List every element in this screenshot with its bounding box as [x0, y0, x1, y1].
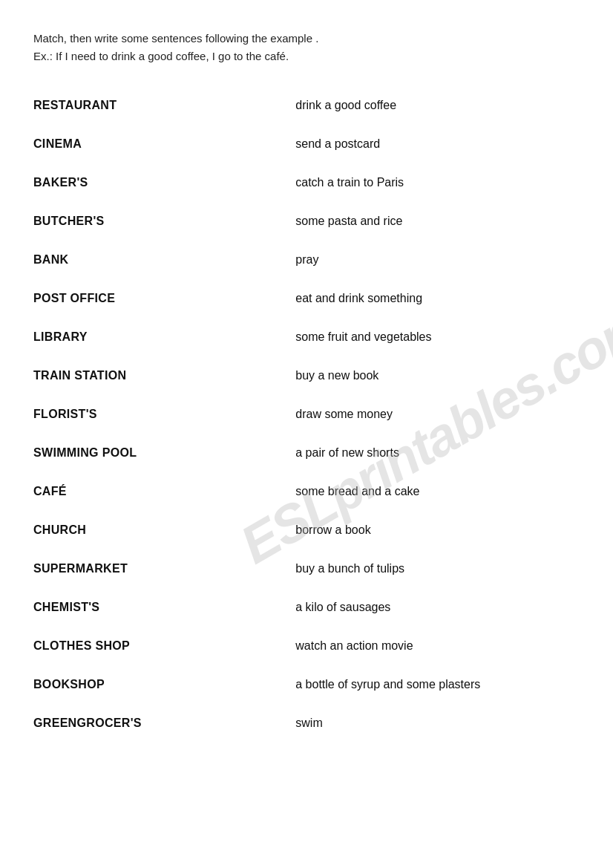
- table-row: FLORIST'Sdraw some money: [33, 395, 580, 434]
- action-label: watch an action movie: [295, 627, 580, 665]
- place-label: BUTCHER'S: [33, 202, 295, 241]
- action-label: eat and drink something: [295, 279, 580, 318]
- action-label: buy a bunch of tulips: [295, 549, 580, 588]
- place-label: CINEMA: [33, 125, 295, 163]
- action-label: swim: [295, 704, 580, 743]
- place-label: TRAIN STATION: [33, 356, 295, 395]
- instruction-line2: Ex.: If I need to drink a good coffee, I…: [33, 48, 580, 65]
- action-label: borrow a book: [295, 511, 580, 549]
- action-label: send a postcard: [295, 125, 580, 163]
- action-label: some pasta and rice: [295, 202, 580, 241]
- place-label: CHURCH: [33, 511, 295, 549]
- instructions: Match, then write some sentences followi…: [33, 30, 580, 65]
- action-label: buy a new book: [295, 356, 580, 395]
- table-row: POST OFFICEeat and drink something: [33, 279, 580, 318]
- place-label: SUPERMARKET: [33, 549, 295, 588]
- place-label: CLOTHES SHOP: [33, 627, 295, 665]
- table-row: CINEMAsend a postcard: [33, 125, 580, 163]
- action-label: a bottle of syrup and some plasters: [295, 665, 580, 704]
- action-label: a kilo of sausages: [295, 588, 580, 627]
- table-row: BAKER'Scatch a train to Paris: [33, 163, 580, 202]
- table-row: GREENGROCER'Sswim: [33, 704, 580, 743]
- action-label: draw some money: [295, 395, 580, 434]
- table-row: RESTAURANTdrink a good coffee: [33, 86, 580, 125]
- action-label: catch a train to Paris: [295, 163, 580, 202]
- action-label: drink a good coffee: [295, 86, 580, 125]
- action-label: pray: [295, 241, 580, 279]
- table-row: BOOKSHOPa bottle of syrup and some plast…: [33, 665, 580, 704]
- action-label: some bread and a cake: [295, 472, 580, 511]
- matching-table: RESTAURANTdrink a good coffeeCINEMAsend …: [33, 86, 580, 743]
- table-row: SWIMMING POOLa pair of new shorts: [33, 434, 580, 472]
- table-row: CHURCHborrow a book: [33, 511, 580, 549]
- place-label: RESTAURANT: [33, 86, 295, 125]
- place-label: SWIMMING POOL: [33, 434, 295, 472]
- instruction-line1: Match, then write some sentences followi…: [33, 30, 580, 48]
- place-label: FLORIST'S: [33, 395, 295, 434]
- action-label: a pair of new shorts: [295, 434, 580, 472]
- place-label: BANK: [33, 241, 295, 279]
- table-row: TRAIN STATIONbuy a new book: [33, 356, 580, 395]
- place-label: BAKER'S: [33, 163, 295, 202]
- place-label: BOOKSHOP: [33, 665, 295, 704]
- place-label: LIBRARY: [33, 318, 295, 356]
- action-label: some fruit and vegetables: [295, 318, 580, 356]
- table-row: CAFÉsome bread and a cake: [33, 472, 580, 511]
- table-row: SUPERMARKETbuy a bunch of tulips: [33, 549, 580, 588]
- place-label: POST OFFICE: [33, 279, 295, 318]
- table-row: CHEMIST'Sa kilo of sausages: [33, 588, 580, 627]
- table-row: LIBRARYsome fruit and vegetables: [33, 318, 580, 356]
- place-label: GREENGROCER'S: [33, 704, 295, 743]
- place-label: CHEMIST'S: [33, 588, 295, 627]
- table-row: CLOTHES SHOPwatch an action movie: [33, 627, 580, 665]
- table-row: BUTCHER'Ssome pasta and rice: [33, 202, 580, 241]
- table-row: BANKpray: [33, 241, 580, 279]
- place-label: CAFÉ: [33, 472, 295, 511]
